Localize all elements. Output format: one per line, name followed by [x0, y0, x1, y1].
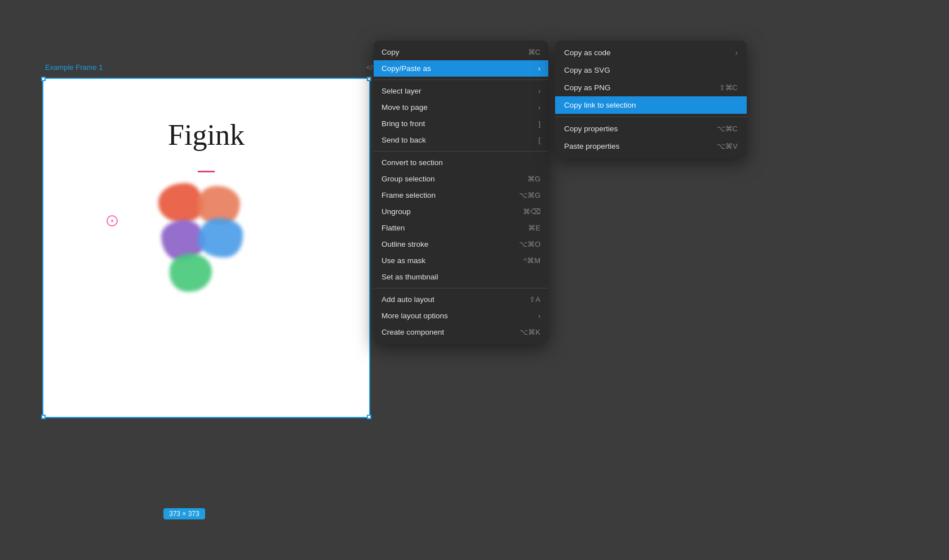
menu-item-select-layer-label: Select layer	[382, 87, 422, 95]
menu-item-create-component[interactable]: Create component ⌥⌘K	[374, 324, 548, 340]
submenu-item-copy-as-code-label: Copy as code	[564, 48, 611, 57]
menu-item-group-selection-label: Group selection	[382, 175, 435, 183]
submenu-item-copy-as-code-arrow: ›	[735, 48, 738, 57]
submenu-item-copy-as-svg-label: Copy as SVG	[564, 66, 610, 74]
menu-item-use-as-mask-label: Use as mask	[382, 256, 425, 265]
menu-item-move-to-page-arrow: ›	[538, 103, 540, 112]
submenu-item-copy-properties-shortcut: ⌥⌘C	[717, 125, 738, 133]
menu-item-use-as-mask[interactable]: Use as mask ^⌘M	[374, 252, 548, 269]
menu-item-copy[interactable]: Copy ⌘C	[374, 44, 548, 60]
menu-item-move-to-page-label: Move to page	[382, 103, 428, 112]
handle-tr[interactable]	[367, 77, 371, 81]
divider-3	[374, 288, 548, 288]
menu-item-send-to-back-shortcut: [	[538, 136, 540, 144]
dimensions-badge: 373 × 373	[163, 508, 205, 519]
blob-orange	[158, 183, 203, 223]
menu-item-group-selection[interactable]: Group selection ⌘G	[374, 171, 548, 187]
menu-item-copy-paste-as[interactable]: Copy/Paste as ›	[374, 60, 548, 77]
menu-item-create-component-shortcut: ⌥⌘K	[520, 328, 540, 336]
menu-item-group-selection-shortcut: ⌘G	[527, 175, 540, 183]
design-frame: Figink	[42, 78, 370, 418]
submenu-item-copy-link-to-selection-label: Copy link to selection	[564, 101, 636, 109]
context-menu: Copy ⌘C Copy/Paste as › Select layer › M…	[374, 41, 548, 344]
menu-item-flatten-shortcut: ⌘E	[528, 224, 540, 232]
menu-item-move-to-page[interactable]: Move to page ›	[374, 99, 548, 115]
menu-item-ungroup-shortcut: ⌘⌫	[523, 207, 540, 216]
submenu-item-copy-as-svg[interactable]: Copy as SVG	[555, 61, 747, 79]
submenu-item-copy-properties-label: Copy properties	[564, 125, 618, 133]
frame-label: Example Frame 1	[45, 63, 103, 72]
submenu-item-copy-as-png-shortcut: ⇧⌘C	[719, 83, 738, 92]
blob-blue	[198, 218, 243, 257]
submenu-item-copy-as-png-label: Copy as PNG	[564, 83, 611, 92]
submenu-item-copy-properties[interactable]: Copy properties ⌥⌘C	[555, 120, 747, 137]
menu-item-add-auto-layout-shortcut: ⇧A	[529, 295, 540, 304]
handle-br[interactable]	[367, 415, 371, 419]
menu-item-ungroup[interactable]: Ungroup ⌘⌫	[374, 203, 548, 220]
menu-item-frame-selection-label: Frame selection	[382, 191, 436, 199]
menu-item-copy-paste-as-arrow: ›	[538, 64, 540, 73]
submenu-item-copy-link-to-selection[interactable]: Copy link to selection	[555, 96, 747, 114]
menu-item-flatten[interactable]: Flatten ⌘E	[374, 220, 548, 236]
menu-item-flatten-label: Flatten	[382, 224, 405, 232]
menu-item-set-as-thumbnail-label: Set as thumbnail	[382, 273, 438, 281]
figink-text: Figink	[168, 118, 245, 152]
submenu-item-paste-properties-shortcut: ⌥⌘V	[717, 142, 738, 150]
menu-item-outline-stroke[interactable]: Outline stroke ⌥⌘O	[374, 236, 548, 252]
submenu-item-paste-properties[interactable]: Paste properties ⌥⌘V	[555, 137, 747, 155]
menu-item-send-to-back[interactable]: Send to back [	[374, 132, 548, 148]
pink-dash	[198, 171, 215, 172]
menu-item-convert-to-section-label: Convert to section	[382, 158, 443, 167]
submenu-divider-1	[555, 117, 747, 117]
menu-item-outline-stroke-label: Outline stroke	[382, 240, 428, 248]
divider-1	[374, 79, 548, 80]
submenu-item-copy-as-png[interactable]: Copy as PNG ⇧⌘C	[555, 79, 747, 96]
submenu-item-paste-properties-label: Paste properties	[564, 142, 619, 150]
blobs-container	[156, 183, 257, 296]
blob-green	[170, 254, 212, 292]
menu-item-copy-label: Copy	[382, 48, 400, 56]
menu-item-use-as-mask-shortcut: ^⌘M	[524, 256, 540, 265]
menu-item-create-component-label: Create component	[382, 328, 444, 336]
menu-item-bring-to-front-shortcut: ]	[538, 119, 540, 128]
target-circle	[107, 215, 118, 226]
menu-item-select-layer[interactable]: Select layer ›	[374, 83, 548, 99]
menu-item-set-as-thumbnail[interactable]: Set as thumbnail	[374, 269, 548, 285]
menu-item-select-layer-arrow: ›	[538, 87, 540, 95]
menu-item-more-layout-options-arrow: ›	[538, 312, 540, 320]
menu-item-frame-selection-shortcut: ⌥⌘G	[519, 191, 540, 199]
menu-item-bring-to-front[interactable]: Bring to front ]	[374, 115, 548, 132]
menu-item-copy-paste-as-label: Copy/Paste as	[382, 64, 431, 73]
submenu-item-copy-as-code[interactable]: Copy as code ›	[555, 44, 747, 61]
menu-item-more-layout-options[interactable]: More layout options ›	[374, 308, 548, 324]
menu-item-add-auto-layout-label: Add auto layout	[382, 295, 434, 304]
divider-2	[374, 151, 548, 152]
handle-tl[interactable]	[41, 77, 46, 81]
menu-item-outline-stroke-shortcut: ⌥⌘O	[519, 240, 540, 248]
menu-item-copy-shortcut: ⌘C	[528, 48, 540, 56]
menu-item-frame-selection[interactable]: Frame selection ⌥⌘G	[374, 187, 548, 203]
menu-item-send-to-back-label: Send to back	[382, 136, 426, 144]
menu-item-more-layout-options-label: More layout options	[382, 312, 448, 320]
menu-item-ungroup-label: Ungroup	[382, 207, 411, 216]
menu-item-bring-to-front-label: Bring to front	[382, 119, 425, 128]
menu-item-convert-to-section[interactable]: Convert to section	[374, 154, 548, 171]
submenu-copy-paste-as: Copy as code › Copy as SVG Copy as PNG ⇧…	[555, 41, 747, 158]
handle-bl[interactable]	[41, 415, 46, 419]
menu-item-add-auto-layout[interactable]: Add auto layout ⇧A	[374, 291, 548, 308]
